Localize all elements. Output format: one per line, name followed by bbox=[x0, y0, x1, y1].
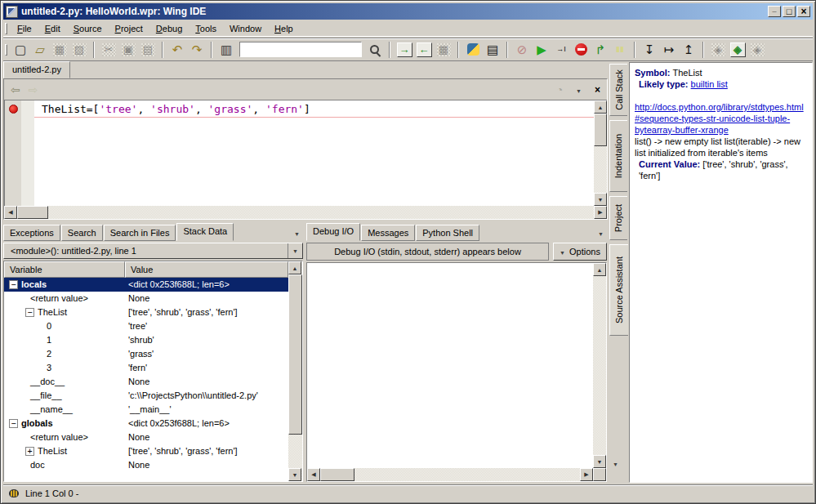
run-to-cursor-button[interactable]: →I bbox=[551, 40, 571, 60]
breakpoint-icon[interactable] bbox=[9, 105, 18, 114]
io-vertical-scrollbar[interactable] bbox=[593, 263, 606, 468]
collapse-toggle[interactable]: − bbox=[9, 419, 18, 428]
debugger-bug-icon[interactable] bbox=[9, 489, 19, 497]
combo-arrow-icon[interactable] bbox=[288, 243, 302, 258]
toolbar-gripper[interactable] bbox=[5, 44, 7, 56]
stack-panel-menu-arrow-icon[interactable] bbox=[294, 228, 303, 241]
scroll-thumb[interactable] bbox=[288, 274, 302, 435]
scroll-track[interactable] bbox=[48, 206, 594, 219]
variable-row-name[interactable]: __name__'__main__' bbox=[4, 403, 288, 417]
side-tab-project[interactable]: Project bbox=[609, 196, 627, 240]
io-tab-debug-i-o[interactable]: Debug I/O bbox=[306, 223, 360, 241]
variable-row-locals[interactable]: −locals<dict 0x253f688L; len=6> bbox=[4, 278, 288, 292]
goto-next-point-button[interactable]: → bbox=[395, 40, 414, 60]
variable-row-3[interactable]: 3'fern' bbox=[4, 361, 288, 375]
scroll-down-icon[interactable] bbox=[594, 193, 607, 206]
side-panel-menu-arrow-icon[interactable] bbox=[613, 458, 618, 468]
close-icon[interactable] bbox=[797, 6, 810, 17]
io-horizontal-scrollbar[interactable] bbox=[307, 468, 593, 481]
menu-edit[interactable]: Edit bbox=[38, 21, 67, 36]
variable-row-2[interactable]: 2'grass' bbox=[4, 347, 288, 361]
code-area[interactable]: TheList=['tree', 'shrub', 'grass', 'fern… bbox=[34, 100, 594, 206]
scroll-track[interactable] bbox=[288, 435, 302, 468]
io-tab-messages[interactable]: Messages bbox=[361, 225, 415, 241]
editor-close-icon[interactable]: × bbox=[595, 84, 600, 96]
side-tab-source-assistant[interactable]: Source Assistant bbox=[609, 244, 628, 336]
menu-project[interactable]: Project bbox=[109, 21, 149, 36]
nav-back-icon[interactable]: ⇦ bbox=[11, 83, 20, 96]
tools-tab-exceptions[interactable]: Exceptions bbox=[3, 225, 60, 241]
variable-row-0[interactable]: 0'tree' bbox=[4, 319, 288, 333]
breakpoint-option-2-button[interactable]: ◈ bbox=[728, 40, 747, 60]
goto-prev-point-button[interactable]: ← bbox=[414, 40, 434, 60]
scroll-left-icon[interactable] bbox=[307, 468, 320, 481]
search-options-button[interactable]: ▥ bbox=[216, 40, 236, 60]
options-button[interactable]: Options bbox=[553, 243, 607, 261]
variable-row-doc[interactable]: docNone bbox=[4, 458, 288, 472]
variable-row-doc[interactable]: __doc__None bbox=[4, 375, 288, 389]
open-file-button[interactable]: ▱ bbox=[30, 40, 50, 60]
variable-row-thelist[interactable]: −TheList['tree', 'shrub', 'grass', 'fern… bbox=[4, 306, 288, 319]
menu-source[interactable]: Source bbox=[67, 21, 109, 36]
collapse-toggle[interactable]: − bbox=[25, 308, 34, 317]
table-vertical-scrollbar[interactable] bbox=[288, 261, 302, 481]
ignore-exceptions-button[interactable]: ⊘ bbox=[512, 40, 532, 60]
tools-tab-stack-data[interactable]: Stack Data bbox=[176, 223, 234, 241]
step-out-button[interactable]: ↥ bbox=[679, 40, 698, 60]
search-button[interactable] bbox=[365, 40, 385, 60]
tools-tab-search-in-files[interactable]: Search in Files bbox=[104, 225, 176, 241]
debug-panel-menu-arrow-icon[interactable] bbox=[598, 228, 607, 241]
step-into-button[interactable]: ↧ bbox=[640, 40, 659, 60]
doc-link[interactable]: builtin list bbox=[691, 79, 728, 89]
menu-debug[interactable]: Debug bbox=[149, 21, 189, 36]
maximize-icon[interactable] bbox=[783, 6, 796, 17]
recent-icon[interactable]: ◔ bbox=[557, 84, 563, 96]
variable-row-file[interactable]: __file__'c:\\ProjectsPython\\untitled-2.… bbox=[4, 389, 288, 403]
menu-file[interactable]: File bbox=[11, 21, 38, 36]
menu-help[interactable]: Help bbox=[268, 21, 300, 36]
variable-row-1[interactable]: 1'shrub' bbox=[4, 333, 288, 347]
tools-tab-search[interactable]: Search bbox=[61, 225, 103, 241]
doc-link[interactable]: http://docs.python.org/library/stdtypes.… bbox=[635, 102, 804, 135]
undo-button[interactable]: ↶ bbox=[167, 40, 187, 60]
tab-untitled-2[interactable]: untitled-2.py bbox=[3, 61, 70, 78]
title-bar[interactable]: untitled-2.py: HelloWorld.wpr: Wing IDE bbox=[3, 3, 813, 20]
pause-debug-button[interactable]: ▮▮ bbox=[610, 40, 630, 60]
minimize-icon[interactable] bbox=[768, 6, 781, 17]
column-variable[interactable]: Variable bbox=[4, 261, 125, 278]
breakpoint-gutter[interactable] bbox=[5, 100, 21, 206]
variable-row-globals[interactable]: −globals<dict 0x253f688L; len=6> bbox=[4, 417, 288, 430]
scroll-right-icon[interactable] bbox=[580, 468, 593, 481]
show-docs-button[interactable]: ▤ bbox=[483, 40, 502, 60]
editor-horizontal-scrollbar[interactable] bbox=[4, 206, 607, 219]
expand-toggle[interactable]: + bbox=[25, 447, 34, 456]
editor-menu-arrow-icon[interactable] bbox=[576, 85, 582, 95]
scroll-track[interactable] bbox=[594, 146, 607, 193]
editor-vertical-scrollbar[interactable] bbox=[594, 100, 607, 206]
collapse-toggle[interactable]: − bbox=[9, 280, 18, 289]
stack-frame-combo[interactable]: <module>(): untitled-2.py, line 1 bbox=[3, 243, 303, 259]
toolbar-search-input[interactable] bbox=[239, 42, 362, 57]
menu-gripper[interactable] bbox=[5, 23, 7, 34]
scroll-thumb[interactable] bbox=[17, 206, 48, 219]
menu-window[interactable]: Window bbox=[223, 21, 268, 36]
stop-debug-button[interactable] bbox=[571, 40, 591, 60]
debug-continue-button[interactable]: ▶ bbox=[532, 40, 551, 60]
variable-row-return-value[interactable]: <return value>None bbox=[4, 292, 288, 306]
variable-row-return-value[interactable]: <return value>None bbox=[4, 430, 288, 444]
side-tab-indentation[interactable]: Indentation bbox=[609, 120, 627, 192]
python-shell-button[interactable] bbox=[463, 40, 483, 60]
menu-tools[interactable]: Tools bbox=[189, 21, 223, 36]
scroll-left-icon[interactable] bbox=[4, 206, 17, 219]
redo-button[interactable]: ↷ bbox=[187, 40, 207, 60]
scroll-thumb[interactable] bbox=[320, 468, 354, 481]
resize-corner[interactable] bbox=[593, 468, 606, 481]
new-file-button[interactable]: ▢ bbox=[11, 40, 30, 60]
scroll-down-icon[interactable] bbox=[288, 468, 301, 481]
side-tab-call-stack[interactable]: Call Stack bbox=[609, 64, 627, 116]
scroll-up-icon[interactable] bbox=[594, 100, 607, 114]
column-value[interactable]: Value bbox=[125, 261, 288, 278]
scroll-track[interactable] bbox=[354, 468, 580, 481]
scroll-up-icon[interactable] bbox=[288, 261, 301, 274]
variable-row-thelist[interactable]: +TheList['tree', 'shrub', 'grass', 'fern… bbox=[4, 444, 288, 458]
